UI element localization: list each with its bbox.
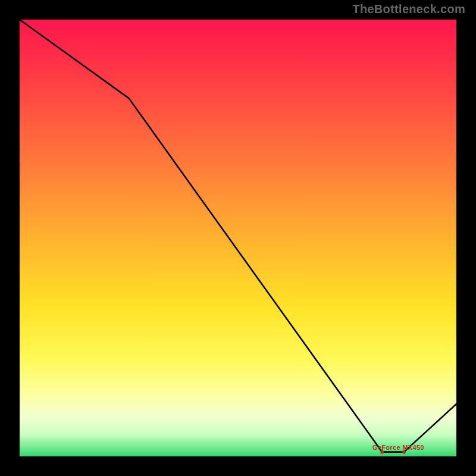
chart-container: TheBottleneck.com GeForce MX450 <box>0 0 476 476</box>
plot-area: GeForce MX450 <box>18 18 458 458</box>
plot-svg: GeForce MX450 <box>20 20 456 456</box>
attribution-text: TheBottleneck.com <box>352 2 465 16</box>
bottleneck-line <box>20 20 456 452</box>
optimal-label: GeForce MX450 <box>372 444 424 451</box>
